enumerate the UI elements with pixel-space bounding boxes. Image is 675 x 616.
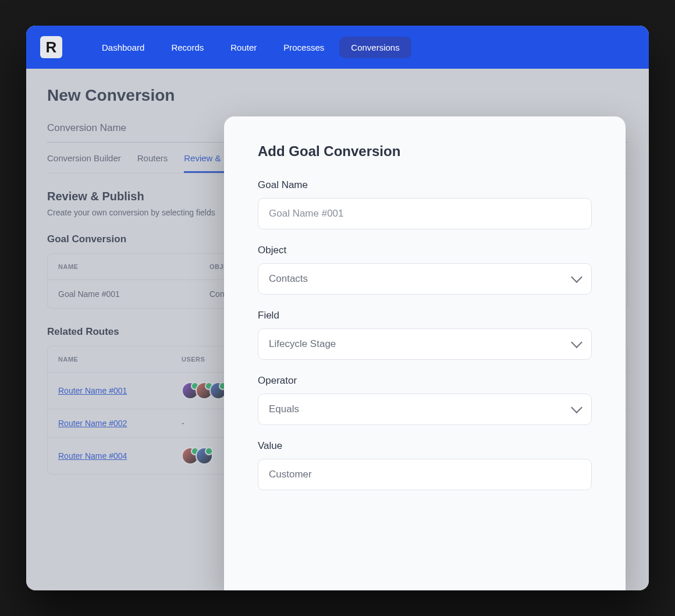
- goal-name-input[interactable]: [258, 198, 592, 229]
- goal-name-label: Goal Name: [258, 179, 592, 191]
- nav-item-dashboard[interactable]: Dashboard: [90, 37, 156, 58]
- value-input[interactable]: Customer: [258, 459, 592, 490]
- nav-item-processes[interactable]: Processes: [272, 37, 336, 58]
- object-label: Object: [258, 245, 592, 256]
- nav-item-records[interactable]: Records: [159, 37, 215, 58]
- field-select[interactable]: Lifecycle Stage: [258, 328, 592, 360]
- operator-select[interactable]: Equals: [258, 394, 592, 425]
- value-label: Value: [258, 440, 592, 452]
- nav-item-router[interactable]: Router: [219, 37, 268, 58]
- field-label: Field: [258, 310, 592, 321]
- top-nav: DashboardRecordsRouterProcessesConversio…: [90, 37, 411, 58]
- value-input-text: Customer: [269, 469, 312, 480]
- object-select-value: Contacts: [269, 273, 308, 285]
- topbar: R DashboardRecordsRouterProcessesConvers…: [26, 26, 649, 69]
- operator-label: Operator: [258, 375, 592, 387]
- object-select[interactable]: Contacts: [258, 263, 592, 295]
- operator-select-value: Equals: [269, 403, 299, 415]
- chevron-down-icon: [571, 337, 582, 348]
- chevron-down-icon: [571, 271, 582, 283]
- nav-item-conversions[interactable]: Conversions: [339, 37, 411, 58]
- logo: R: [40, 36, 62, 58]
- add-goal-modal: Add Goal Conversion Goal Name Object Con…: [224, 116, 626, 590]
- modal-title: Add Goal Conversion: [258, 143, 592, 160]
- chevron-down-icon: [571, 402, 582, 413]
- app-frame: R DashboardRecordsRouterProcessesConvers…: [26, 26, 649, 590]
- field-select-value: Lifecycle Stage: [269, 338, 336, 350]
